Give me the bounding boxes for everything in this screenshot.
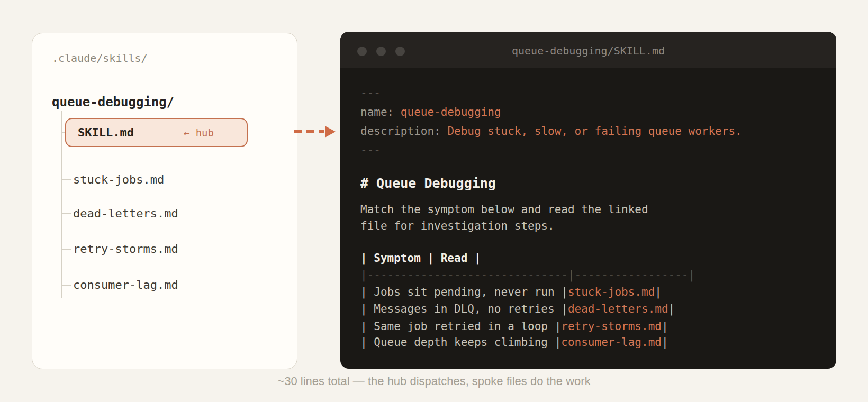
spoke-file-stuck-jobs[interactable]: stuck-jobs.md: [73, 172, 164, 187]
row-end-pipe: |: [668, 303, 675, 315]
spoke-file-retry-storms[interactable]: retry-storms.md: [73, 242, 178, 257]
terminal-titlebar: queue-debugging/SKILL.md: [340, 32, 836, 68]
symptom-cell: | Messages in DLQ, no retries |: [360, 303, 568, 315]
hub-arrow-icon: [291, 125, 337, 138]
frontmatter-delimiter: ---: [360, 84, 381, 101]
tree-line: [61, 111, 62, 298]
file-tree-card: .claude/skills/ queue-debugging/ SKILL.m…: [32, 33, 297, 369]
table-row: | Messages in DLQ, no retries |dead-lett…: [360, 300, 675, 317]
name-label: name:: [360, 106, 401, 118]
hub-tag-label: ← hub: [184, 127, 214, 139]
row-end-pipe: |: [662, 336, 668, 349]
description-value: Debug stuck, slow, or failing queue work…: [447, 125, 742, 138]
intro-text-line: file for investigation steps.: [360, 217, 555, 234]
table-separator-row: |------------------------------|--------…: [360, 267, 695, 284]
root-path-label: .claude/skills/: [52, 51, 148, 66]
frontmatter-delimiter: ---: [360, 141, 381, 158]
table-row: | Queue depth keeps climbing |consumer-l…: [360, 334, 668, 351]
read-file-link: stuck-jobs.md: [568, 286, 655, 298]
symptom-cell: | Jobs sit pending, never run |: [360, 286, 568, 298]
table-header-row: | Symptom | Read |: [360, 250, 481, 267]
read-file-link: dead-letters.md: [568, 303, 668, 315]
read-file-link: retry-storms.md: [561, 320, 662, 333]
spoke-file-dead-letters[interactable]: dead-letters.md: [73, 206, 178, 221]
symptom-cell: | Same job retried in a loop |: [360, 320, 561, 333]
terminal-title: queue-debugging/SKILL.md: [340, 44, 836, 57]
table-row: | Same job retried in a loop |retry-stor…: [360, 318, 668, 335]
frontmatter-name-line: name: queue-debugging: [360, 104, 501, 121]
markdown-heading: # Queue Debugging: [360, 172, 496, 195]
card-divider: [51, 72, 277, 72]
table-row: | Jobs sit pending, never run |stuck-job…: [360, 284, 662, 300]
tree-branch: [61, 213, 71, 214]
skill-hub-illustration: .claude/skills/ queue-debugging/ SKILL.m…: [0, 0, 868, 402]
row-end-pipe: |: [655, 286, 662, 298]
tree-branch: [61, 285, 71, 286]
row-end-pipe: |: [662, 320, 668, 333]
directory-label: queue-debugging/: [52, 93, 174, 111]
description-label: description:: [360, 125, 447, 138]
name-value: queue-debugging: [401, 106, 501, 118]
hub-file-skill-md[interactable]: SKILL.md ← hub: [65, 118, 248, 147]
frontmatter-description-line: description: Debug stuck, slow, or faili…: [360, 123, 742, 140]
tree-branch: [61, 249, 71, 250]
terminal-window: queue-debugging/SKILL.md --- name: queue…: [340, 32, 836, 369]
caption-text: ~30 lines total — the hub dispatches, sp…: [0, 373, 868, 389]
hub-file-name: SKILL.md: [78, 126, 134, 139]
spoke-file-consumer-lag[interactable]: consumer-lag.md: [73, 278, 178, 293]
intro-text-line: Match the symptom below and read the lin…: [360, 201, 648, 218]
read-file-link: consumer-lag.md: [561, 336, 662, 349]
tree-branch: [61, 179, 71, 180]
symptom-cell: | Queue depth keeps climbing |: [360, 336, 561, 349]
